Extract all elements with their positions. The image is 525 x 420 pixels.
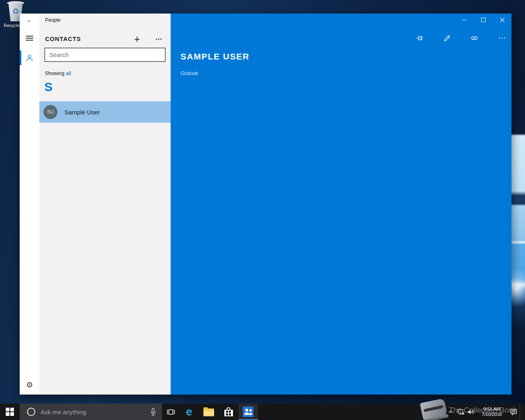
- see-more-button[interactable]: [493, 31, 511, 46]
- clock-time: 9:51 AM: [476, 406, 507, 412]
- window-controls: [455, 14, 511, 26]
- people-app-window: ← ⚙ People CONTACTS +: [20, 14, 511, 395]
- show-desktop-divider: [520, 404, 520, 420]
- contact-source: Outlook: [180, 71, 198, 76]
- see-more-icon: [498, 34, 507, 43]
- taskbar: e: [0, 404, 525, 420]
- pencil-icon: [443, 34, 452, 43]
- link-icon: [470, 34, 479, 43]
- contact-avatar: SU: [43, 105, 57, 119]
- action-center-icon: [509, 408, 518, 416]
- pin-button[interactable]: [410, 31, 429, 46]
- people-app-icon: [243, 406, 253, 417]
- taskbar-people-button-active[interactable]: [238, 404, 258, 420]
- edge-icon: e: [186, 406, 192, 418]
- contact-list-item-selected[interactable]: SU Sample User: [39, 101, 171, 123]
- app-title: People: [45, 17, 60, 23]
- link-button[interactable]: [465, 31, 484, 46]
- network-tray-button[interactable]: [456, 404, 466, 420]
- contact-detail-name: SAMPLE USER: [180, 52, 249, 62]
- wallpaper-light-panes: [511, 0, 525, 404]
- hamburger-icon: [26, 35, 33, 41]
- selected-accent-bar: [20, 50, 21, 65]
- hidden-icons-button[interactable]: [445, 404, 456, 420]
- minimize-icon: [462, 18, 467, 22]
- section-letter: S: [44, 80, 52, 94]
- cortana-search-box[interactable]: [20, 404, 162, 420]
- more-options-button[interactable]: •••: [152, 37, 167, 41]
- close-button[interactable]: [493, 14, 511, 26]
- hamburger-menu-button[interactable]: [20, 31, 39, 46]
- settings-button[interactable]: ⚙: [20, 377, 39, 392]
- volume-tray-button[interactable]: [466, 404, 476, 420]
- cortana-icon: [27, 408, 35, 416]
- store-icon: [224, 407, 233, 416]
- back-arrow-icon: ←: [27, 16, 33, 23]
- system-tray: 9:51 AM 7/10/2016: [445, 404, 525, 420]
- start-button[interactable]: [0, 404, 20, 420]
- action-center-button[interactable]: [507, 404, 520, 420]
- task-view-button[interactable]: [162, 404, 179, 420]
- contacts-panel: People CONTACTS + ••• Showing all S SU S…: [39, 14, 171, 395]
- desktop: ♻ Recycle Bin ← ⚙: [0, 0, 525, 420]
- contacts-heading: CONTACTS: [45, 36, 130, 42]
- speaker-icon: [467, 408, 475, 416]
- contact-detail-pane: SAMPLE USER Outlook: [171, 14, 511, 395]
- taskbar-file-explorer-button[interactable]: [199, 404, 219, 420]
- back-button[interactable]: ←: [20, 14, 39, 26]
- command-bar: [402, 31, 511, 46]
- pin-icon: [415, 34, 424, 43]
- maximize-button[interactable]: [474, 14, 493, 26]
- chevron-up-icon: [447, 408, 454, 415]
- showing-label: Showing: [45, 71, 64, 76]
- taskbar-spacer: [258, 404, 445, 420]
- taskbar-search-input[interactable]: [41, 409, 139, 415]
- person-icon: [25, 53, 34, 62]
- gear-icon: ⚙: [26, 380, 33, 390]
- showing-all-link[interactable]: all: [66, 71, 71, 76]
- microphone-icon[interactable]: [148, 407, 158, 417]
- taskbar-store-button[interactable]: [219, 404, 238, 420]
- windows-logo-icon: [6, 408, 14, 416]
- clock-date: 7/10/2016: [476, 412, 507, 417]
- taskbar-edge-button[interactable]: e: [179, 404, 199, 420]
- file-explorer-icon: [203, 409, 214, 416]
- showing-filter: Showing all: [45, 71, 71, 76]
- maximize-icon: [481, 18, 486, 22]
- minimize-button[interactable]: [455, 14, 474, 26]
- taskbar-clock[interactable]: 9:51 AM 7/10/2016: [476, 406, 507, 417]
- add-contact-button[interactable]: +: [130, 34, 144, 44]
- network-icon: [457, 408, 465, 416]
- close-icon: [500, 18, 504, 22]
- edit-button[interactable]: [438, 31, 457, 46]
- contact-name: Sample User: [64, 109, 100, 116]
- nav-contacts-button[interactable]: [20, 50, 39, 66]
- task-view-icon: [167, 408, 175, 416]
- contacts-header-row: CONTACTS + •••: [45, 33, 167, 45]
- search-input[interactable]: [44, 48, 166, 62]
- nav-rail: ← ⚙: [20, 14, 39, 395]
